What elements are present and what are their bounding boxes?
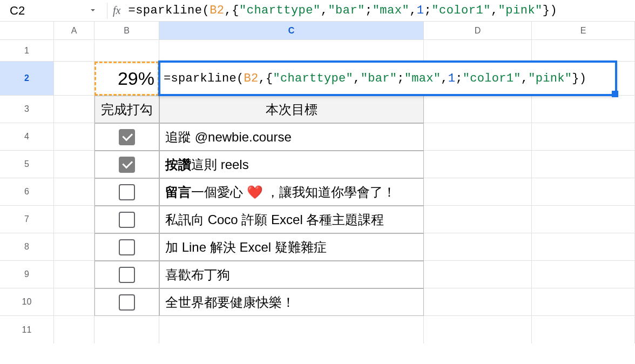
select-all-corner[interactable] <box>0 22 54 40</box>
cell-e11[interactable] <box>532 316 635 343</box>
col-header-a[interactable]: A <box>54 22 94 40</box>
checkbox-icon[interactable] <box>119 157 135 173</box>
cell-a3[interactable] <box>54 96 94 123</box>
cell-a11[interactable] <box>54 316 94 343</box>
cell-c7[interactable]: 私訊向 Coco 許願 Excel 各種主題課程 <box>159 206 424 233</box>
cell-a9[interactable] <box>54 261 94 288</box>
cell-e8[interactable] <box>532 233 635 261</box>
cell-d4[interactable] <box>424 123 532 151</box>
cell-e1[interactable] <box>532 40 635 62</box>
cell-a4[interactable] <box>54 123 94 151</box>
row-header-4[interactable]: 4 <box>0 123 54 151</box>
cell-b11[interactable] <box>94 316 159 343</box>
cell-editor[interactable]: =sparkline(B2,{"charttype","bar";"max",1… <box>158 60 617 96</box>
cell-e10[interactable] <box>532 288 635 316</box>
column-headers: A B C D E <box>0 22 635 40</box>
cell-d10[interactable] <box>424 288 532 316</box>
cell-c2[interactable]: =sparkline(B2,{"charttype","bar";"max",1… <box>159 62 424 96</box>
cell-e6[interactable] <box>532 178 635 206</box>
cell-c8[interactable]: 加 Line 解決 Excel 疑難雜症 <box>159 233 424 261</box>
cell-b5[interactable] <box>94 151 159 178</box>
cell-d6[interactable] <box>424 178 532 206</box>
row-header-2[interactable]: 2 <box>0 62 54 96</box>
cell-c4[interactable]: 追蹤 @newbie.course <box>159 123 424 151</box>
checkbox-icon[interactable] <box>119 184 135 200</box>
row-header-1[interactable]: 1 <box>0 40 54 62</box>
cell-c6[interactable]: 留言一個愛心 ❤️ ，讓我知道你學會了！ <box>159 178 424 206</box>
row-4: 4 追蹤 @newbie.course <box>0 123 635 151</box>
checkbox-icon[interactable] <box>119 129 135 145</box>
row-9: 9 喜歡布丁狗 <box>0 261 635 288</box>
cell-b9[interactable] <box>94 261 159 288</box>
row-header-9[interactable]: 9 <box>0 261 54 288</box>
spreadsheet-grid: A B C D E 1 2 29% =sparkline(B2,{"chartt… <box>0 22 635 343</box>
name-box[interactable]: C2 <box>4 4 102 18</box>
cell-d7[interactable] <box>424 206 532 233</box>
cell-c1[interactable] <box>159 40 424 62</box>
cell-b8[interactable] <box>94 233 159 261</box>
cell-b2[interactable]: 29% <box>94 62 159 96</box>
name-box-text: C2 <box>10 4 25 18</box>
checkbox-icon[interactable] <box>119 212 135 228</box>
checkbox-icon[interactable] <box>119 267 135 283</box>
formula-input[interactable]: =sparkline(B2,{"charttype","bar";"max",1… <box>128 4 557 17</box>
cell-a7[interactable] <box>54 206 94 233</box>
cell-c11[interactable] <box>159 316 424 343</box>
fx-icon: fx <box>113 4 120 17</box>
editor-resize-handle[interactable] <box>612 91 618 97</box>
checkbox-icon[interactable] <box>119 294 135 311</box>
cell-d8[interactable] <box>424 233 532 261</box>
cell-e7[interactable] <box>532 206 635 233</box>
cell-d5[interactable] <box>424 151 532 178</box>
row-5: 5 按讚這則 reels <box>0 151 635 178</box>
row-1: 1 <box>0 40 635 62</box>
cell-e3[interactable] <box>532 96 635 123</box>
row-header-10[interactable]: 10 <box>0 288 54 316</box>
cell-b7[interactable] <box>94 206 159 233</box>
cell-b3[interactable]: 完成打勾 <box>94 96 159 123</box>
row-header-3[interactable]: 3 <box>0 96 54 123</box>
cell-e4[interactable] <box>532 123 635 151</box>
col-header-d[interactable]: D <box>424 22 532 40</box>
cell-d3[interactable] <box>424 96 532 123</box>
row-8: 8 加 Line 解決 Excel 疑難雜症 <box>0 233 635 261</box>
row-header-11[interactable]: 11 <box>0 316 54 343</box>
row-7: 7 私訊向 Coco 許願 Excel 各種主題課程 <box>0 206 635 233</box>
cell-d11[interactable] <box>424 316 532 343</box>
cell-c3[interactable]: 本次目標 <box>159 96 424 123</box>
cell-c5[interactable]: 按讚這則 reels <box>159 151 424 178</box>
cell-b1[interactable] <box>94 40 159 62</box>
row-3: 3 完成打勾 本次目標 <box>0 96 635 123</box>
cell-a10[interactable] <box>54 288 94 316</box>
cell-d9[interactable] <box>424 261 532 288</box>
cell-c9[interactable]: 喜歡布丁狗 <box>159 261 424 288</box>
cell-a1[interactable] <box>54 40 94 62</box>
formula-bar: C2 fx =sparkline(B2,{"charttype","bar";"… <box>0 0 635 22</box>
row-header-7[interactable]: 7 <box>0 206 54 233</box>
cell-e5[interactable] <box>532 151 635 178</box>
cell-c10[interactable]: 全世界都要健康快樂！ <box>159 288 424 316</box>
cell-b10[interactable] <box>94 288 159 316</box>
row-header-8[interactable]: 8 <box>0 233 54 261</box>
col-header-b[interactable]: B <box>94 22 159 40</box>
row-6: 6 留言一個愛心 ❤️ ，讓我知道你學會了！ <box>0 178 635 206</box>
row-header-6[interactable]: 6 <box>0 178 54 206</box>
cell-d1[interactable] <box>424 40 532 62</box>
cell-a6[interactable] <box>54 178 94 206</box>
row-10: 10 全世界都要健康快樂！ <box>0 288 635 316</box>
cell-a8[interactable] <box>54 233 94 261</box>
row-header-5[interactable]: 5 <box>0 151 54 178</box>
cell-e9[interactable] <box>532 261 635 288</box>
col-header-c[interactable]: C <box>159 22 424 40</box>
cell-b6[interactable] <box>94 178 159 206</box>
checkbox-icon[interactable] <box>119 239 135 255</box>
row-2: 2 29% =sparkline(B2,{"charttype","bar";"… <box>0 62 635 96</box>
separator <box>107 3 107 19</box>
cell-a2[interactable] <box>54 62 94 96</box>
col-header-e[interactable]: E <box>532 22 635 40</box>
cell-b4[interactable] <box>94 123 159 151</box>
cell-a5[interactable] <box>54 151 94 178</box>
chevron-down-icon[interactable] <box>90 6 96 16</box>
row-11: 11 <box>0 316 635 343</box>
